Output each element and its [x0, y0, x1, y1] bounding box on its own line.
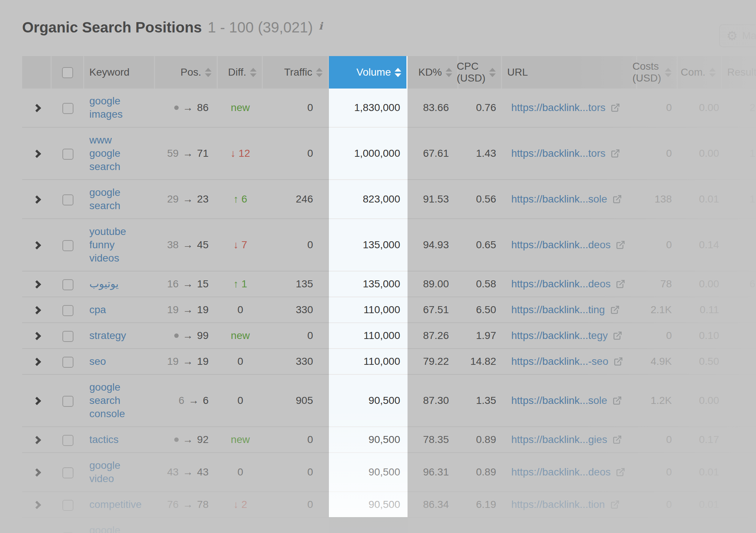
url-link[interactable]: https://backlink...deos: [511, 278, 611, 290]
row-checkbox[interactable]: [62, 500, 73, 511]
sort-icons[interactable]: [665, 68, 671, 77]
expand-row-icon[interactable]: [33, 501, 41, 509]
sort-icons[interactable]: [395, 68, 401, 77]
row-checkbox[interactable]: [62, 396, 73, 407]
column-header-cpc[interactable]: CPC (USD): [458, 56, 502, 89]
manage-columns-button[interactable]: ⚙ Manage: [719, 24, 756, 47]
keyword-link[interactable]: strategy: [89, 329, 126, 342]
keyword-link[interactable]: seo: [89, 355, 106, 368]
row-checkbox[interactable]: [62, 331, 73, 342]
keyword-link[interactable]: competitive: [89, 498, 134, 511]
table-row: competitive 76 → 78 ↓ 2 0 90,500 86.34 6…: [22, 492, 756, 518]
url-link[interactable]: https://backlink...tors: [511, 101, 605, 114]
current-position: 45: [197, 239, 209, 251]
external-link-icon[interactable]: [611, 149, 620, 158]
url-link[interactable]: https://backlink...tors: [511, 147, 605, 160]
row-checkbox[interactable]: [62, 240, 73, 251]
keyword-link[interactable]: google search: [89, 186, 134, 212]
row-checkbox[interactable]: [62, 305, 73, 316]
external-link-icon[interactable]: [616, 467, 625, 477]
row-checkbox[interactable]: [62, 279, 73, 290]
column-header-kd[interactable]: KD%: [408, 56, 458, 89]
volume-value: 90,500: [329, 427, 408, 453]
keyword-link[interactable]: youtube funny videos: [89, 225, 134, 265]
previous-position: 6: [179, 394, 185, 407]
external-link-icon[interactable]: [616, 279, 625, 289]
keyword-link[interactable]: يوتيوب: [89, 277, 118, 291]
keyword-link[interactable]: cpa: [89, 303, 106, 316]
expand-row-icon[interactable]: [33, 150, 41, 158]
previous-position: 16: [167, 278, 179, 290]
current-position: 15: [197, 278, 209, 290]
column-header-traffic[interactable]: Traffic: [263, 56, 329, 89]
row-checkbox[interactable]: [62, 357, 73, 368]
url-link[interactable]: https://backlink...deos: [511, 531, 611, 533]
keyword-link[interactable]: www google search: [89, 134, 134, 173]
position-arrow-icon: →: [188, 394, 199, 407]
sort-icons[interactable]: [489, 68, 496, 77]
traffic-value: 330: [263, 349, 329, 375]
url-link[interactable]: https://backlink...ting: [511, 304, 605, 316]
expand-row-icon[interactable]: [33, 397, 41, 405]
external-link-icon[interactable]: [612, 396, 622, 405]
expand-row-icon[interactable]: [33, 358, 41, 366]
com-value: 0.50: [678, 349, 722, 375]
table-row: strategy → 99 new 0 110,000 87.26 1.97 h…: [22, 323, 756, 349]
row-checkbox[interactable]: [62, 103, 73, 114]
previous-position: 26: [167, 531, 179, 533]
url-link[interactable]: https://backlink...sole: [511, 394, 607, 407]
url-link[interactable]: https://backlink...gies: [511, 433, 607, 446]
sort-icons[interactable]: [205, 68, 212, 77]
costs-value: 138: [637, 180, 678, 219]
external-link-icon[interactable]: [612, 194, 622, 204]
expand-row-icon[interactable]: [33, 332, 41, 340]
expand-row-icon[interactable]: [33, 241, 41, 250]
row-checkbox[interactable]: [62, 149, 73, 160]
info-icon[interactable]: i: [319, 20, 322, 32]
url-link[interactable]: https://backlink...deos: [511, 466, 611, 478]
gear-icon: ⚙: [726, 30, 738, 42]
row-checkbox[interactable]: [62, 194, 73, 205]
keyword-link[interactable]: google video: [89, 459, 134, 485]
sort-icons[interactable]: [446, 68, 452, 77]
url-link[interactable]: https://backlink...deos: [511, 239, 611, 251]
keyword-link[interactable]: google images: [89, 94, 134, 121]
select-all-checkbox[interactable]: [62, 67, 73, 78]
expand-row-icon[interactable]: [33, 195, 41, 204]
expand-row-icon[interactable]: [33, 104, 41, 113]
external-link-icon[interactable]: [610, 500, 620, 509]
column-header-diff[interactable]: Diff.: [218, 56, 263, 89]
sort-icons[interactable]: [316, 68, 323, 77]
external-link-icon[interactable]: [611, 103, 620, 113]
column-header-com[interactable]: Com.: [678, 56, 722, 89]
expand-row-icon[interactable]: [33, 306, 41, 315]
sort-desc-icon: [709, 73, 716, 77]
expand-row-icon[interactable]: [33, 436, 41, 444]
position-arrow-icon: →: [183, 355, 193, 368]
url-link[interactable]: https://backlink...tegy: [511, 329, 608, 342]
sort-icons[interactable]: [250, 68, 257, 77]
expand-row-icon[interactable]: [33, 468, 41, 477]
external-link-icon[interactable]: [610, 305, 620, 315]
url-link[interactable]: https://backlink...tion: [511, 498, 605, 511]
external-link-icon[interactable]: [613, 331, 622, 340]
keyword-link[interactable]: tactics: [89, 433, 118, 446]
sort-icons[interactable]: [709, 68, 716, 77]
url-link[interactable]: https://backlink...-seo: [511, 355, 608, 368]
column-header-results[interactable]: Results: [722, 56, 756, 89]
expand-row-icon[interactable]: [33, 280, 41, 289]
position-arrow-icon: →: [183, 147, 193, 160]
row-checkbox[interactable]: [62, 467, 73, 478]
keyword-link[interactable]: google videos: [89, 524, 134, 533]
column-header-volume-active[interactable]: Volume: [329, 56, 408, 89]
url-link[interactable]: https://backlink...sole: [511, 193, 607, 205]
keyword-link[interactable]: google search console: [89, 381, 134, 420]
column-header-pos[interactable]: Pos.: [155, 56, 218, 89]
sort-asc-icon: [489, 68, 496, 72]
row-checkbox[interactable]: [62, 435, 73, 446]
external-link-icon[interactable]: [614, 357, 623, 366]
external-link-icon[interactable]: [616, 240, 625, 250]
cpc-value: 0.56: [458, 180, 502, 219]
external-link-icon[interactable]: [612, 435, 622, 444]
column-header-costs[interactable]: Costs (USD): [637, 56, 678, 89]
